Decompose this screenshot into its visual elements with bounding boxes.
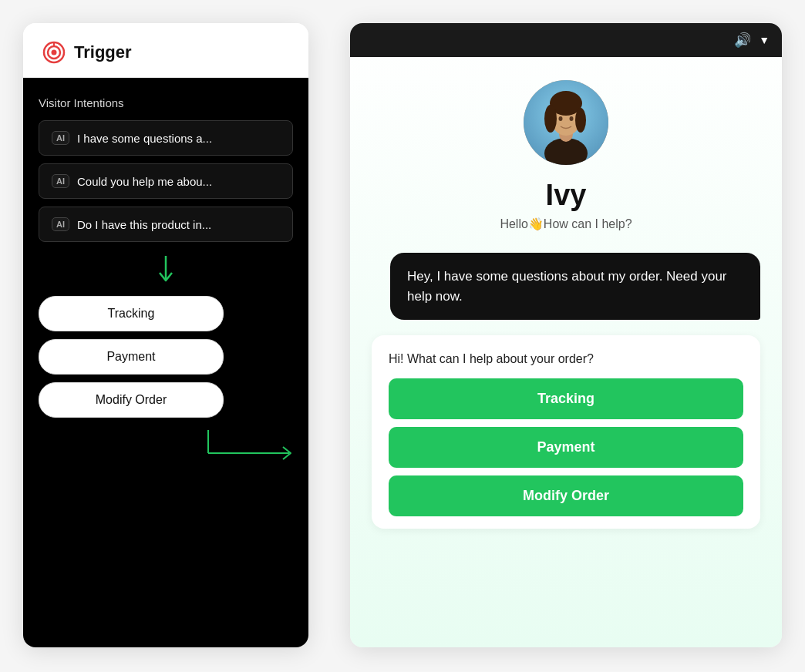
- intention-item-1[interactable]: AI I have some questions a...: [39, 120, 293, 156]
- app-title: Trigger: [74, 42, 132, 62]
- ai-badge-2: AI: [52, 174, 69, 188]
- arrow-down-connector: [39, 250, 293, 293]
- ai-badge-1: AI: [52, 131, 69, 145]
- intention-text-2: Could you help me abou...: [77, 175, 212, 188]
- left-panel: Trigger Visitor Intentions AI I have som…: [23, 23, 308, 647]
- svg-point-2: [52, 50, 57, 55]
- chat-option-payment[interactable]: Payment: [389, 427, 743, 468]
- intention-item-2[interactable]: AI Could you help me abou...: [39, 163, 293, 199]
- chat-option-tracking[interactable]: Tracking: [389, 378, 743, 419]
- option-btn-payment[interactable]: Payment: [39, 339, 224, 375]
- chat-option-modify-order[interactable]: Modify Order: [389, 475, 743, 516]
- svg-point-14: [559, 116, 563, 121]
- chat-body: Ivy Hello👋How can I help? Hey, I have so…: [350, 57, 782, 647]
- ai-badge-3: AI: [52, 217, 69, 231]
- bot-question: Hi! What can I help about your order?: [389, 352, 743, 366]
- trigger-icon: [42, 40, 66, 65]
- user-message-bubble: Hey, I have some questions about my orde…: [390, 253, 760, 320]
- option-btn-modify-order[interactable]: Modify Order: [39, 382, 224, 418]
- main-wrapper: Trigger Visitor Intentions AI I have som…: [0, 0, 805, 672]
- agent-subtitle: Hello👋How can I help?: [500, 217, 632, 231]
- bot-response-area: Hi! What can I help about your order? Tr…: [372, 335, 760, 529]
- sound-icon: 🔊: [734, 32, 751, 49]
- chat-header: 🔊 ▼: [350, 23, 782, 57]
- dropdown-icon[interactable]: ▼: [759, 34, 770, 46]
- intention-text-3: Do I have this product in...: [77, 218, 211, 231]
- svg-point-12: [544, 105, 557, 133]
- intention-text-1: I have some questions a...: [77, 132, 212, 145]
- right-panel: 🔊 ▼: [350, 23, 782, 647]
- svg-point-13: [575, 108, 586, 133]
- avatar: [524, 80, 608, 165]
- svg-point-15: [570, 116, 574, 121]
- intention-item-3[interactable]: AI Do I have this product in...: [39, 207, 293, 242]
- visitor-intentions-label: Visitor Intentions: [39, 96, 293, 109]
- agent-name: Ivy: [546, 179, 587, 212]
- option-buttons-section: Tracking Payment Modify Order: [39, 296, 293, 418]
- option-btn-tracking[interactable]: Tracking: [39, 296, 224, 331]
- left-panel-body: Visitor Intentions AI I have some questi…: [23, 78, 308, 647]
- left-panel-header: Trigger: [23, 23, 308, 78]
